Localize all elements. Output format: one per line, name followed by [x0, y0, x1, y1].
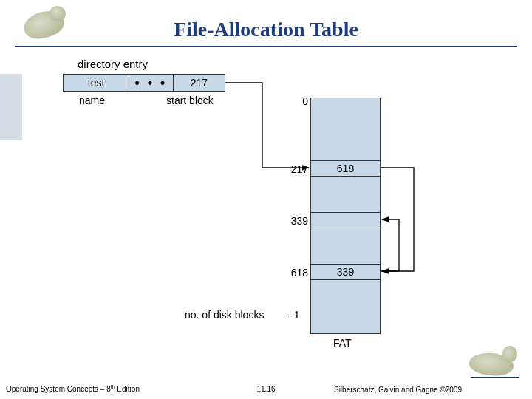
- sidebar-strip: [0, 74, 22, 140]
- fat-index-618: 618: [280, 267, 308, 279]
- fat-index-339: 339: [280, 215, 308, 227]
- fat-label: FAT: [333, 337, 352, 349]
- slide: File-Allocation Table directory entry te…: [0, 0, 532, 399]
- title-underline: [15, 46, 517, 47]
- directory-entry: test • • • 217: [63, 74, 225, 92]
- dir-start-cell: 217: [174, 75, 225, 91]
- disk-blocks-label: no. of disk blocks: [185, 309, 264, 321]
- footer-right: Silberschatz, Galvin and Gagne ©2009: [334, 386, 462, 394]
- dir-name-cell: test: [64, 75, 129, 91]
- sub-start-label: start block: [166, 95, 214, 106]
- neg-one-label: –1: [288, 309, 300, 321]
- fat-row-217: 618: [311, 160, 380, 177]
- fat-index-0: 0: [280, 95, 308, 107]
- fat-index-217: 217: [280, 163, 308, 175]
- slide-title: File-Allocation Table: [0, 18, 532, 41]
- fat-diagram: directory entry test • • • 217 name star…: [55, 58, 477, 361]
- directory-entry-label: directory entry: [78, 58, 148, 70]
- fat-column: 0 618 217 339 339 618: [310, 98, 381, 334]
- fat-row-618: 339: [311, 264, 380, 280]
- fat-row-339: [311, 212, 380, 228]
- dir-dots-cell: • • •: [129, 75, 173, 91]
- arrows: [55, 58, 477, 361]
- sub-name-label: name: [79, 95, 105, 106]
- dino-right-image: [466, 342, 525, 383]
